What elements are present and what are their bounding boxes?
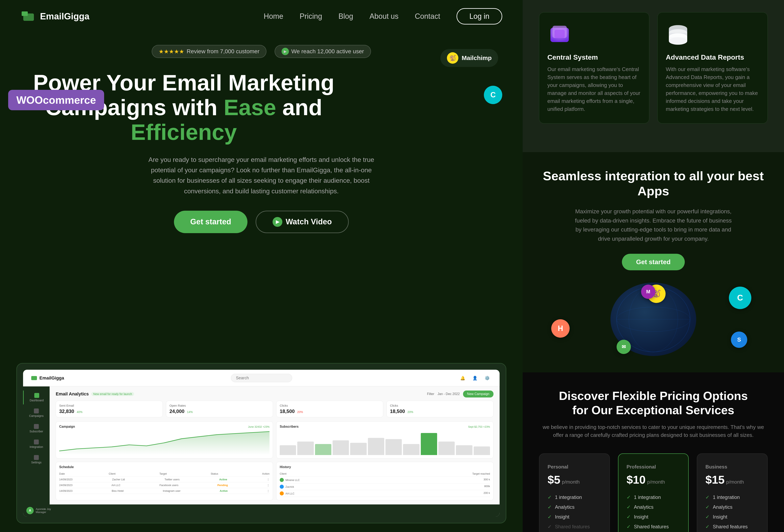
bar-chart-area [280,430,490,455]
sidebar-label-settings: Settings [31,461,41,464]
integration-get-started-button[interactable]: Get started [622,254,685,270]
check-icon: ✓ [548,504,552,510]
stat-clicks1-change: 20% [297,410,303,414]
bar-may [350,443,366,455]
bar-jan [280,445,296,455]
action-btn-2[interactable]: ⋮ [267,489,270,493]
notification-icon[interactable]: 🔔 [459,374,467,382]
bar-nov [456,445,472,455]
bar-oct [438,442,455,455]
svg-point-12 [669,37,687,45]
hero-buttons: Get started ▶ Watch Video [21,211,502,233]
stat-card-sent: Sent Email 32,830 40% [56,401,163,417]
sidebar-item-subscriber[interactable]: Subscriber [23,422,50,436]
right-panel: Central System Our email marketing softw… [523,0,784,532]
dash-icons: 🔔 👤 ⚙️ [459,374,492,382]
sidebar-label-integration: Integration [30,445,43,448]
sidebar-label-subscriber: Subscriber [30,430,43,433]
stat-open-change: 14% [187,410,193,414]
stat-open-value: 24,000 14% [169,409,270,414]
svg-rect-5 [555,30,565,38]
sidebar-dot-dashboard [34,393,39,398]
user-icon[interactable]: 👤 [471,374,479,382]
features-cards: Central System Our email marketing softw… [539,12,768,123]
dash-analytics-header: Email Analytics New email for ready for … [56,391,494,397]
dash-date-range: Jan - Dec 2022 [438,392,460,396]
feature-text-central: Our email marketing software's Central S… [548,65,641,113]
integration-section: Seamless integration to all your best Ap… [523,152,784,372]
history-row: Minene LLC 300 k [280,477,490,483]
subscribers-chart-title: Subscribers [280,425,299,428]
settings-icon[interactable]: ⚙️ [483,374,492,382]
pricing-cards: Personal $5 p/month ✓ 1 integration ✓ An… [539,453,768,532]
pricing-title: Discover Flexible Pricing Options for Ou… [539,389,768,417]
user-name: Ayomide Joy [36,507,51,510]
dash-sidebar: Dashboard Campaigns Subscriber Inte [23,387,50,504]
plan-features-personal: ✓ 1 integration ✓ Analytics ✓ Insight [548,495,601,532]
check-icon: ✓ [705,495,709,500]
feature-item: ✓ Insight [626,514,680,520]
sidebar-item-settings[interactable]: Settings [23,453,50,467]
nav-pricing[interactable]: Pricing [300,12,322,21]
dash-search-input[interactable] [231,374,292,382]
dash-logo: EmailGigga [31,375,64,381]
schedule-table: Schedule Date Client Target Status Actio… [56,462,273,500]
login-button[interactable]: Log in [456,8,502,25]
dash-main-content: Email Analytics New email for ready for … [50,387,500,504]
action-btn-0[interactable]: ⋮ [267,478,270,481]
stat-card-open: Open Rates 24,000 14% [166,401,273,417]
dash-user-footer: A Ayomide Joy Manager [23,504,500,517]
badge-review: ★★★★★ Review from 7,000 customer [152,45,266,58]
floating-canva: C [484,86,502,104]
feature-item-disabled: ✓ Shared features [548,524,601,530]
hero-section: ★★★★★ Review from 7,000 customer ▶ We re… [0,33,523,363]
feature-title-central: Central System [548,53,641,61]
sidebar-item-integration[interactable]: Integration [23,437,50,451]
stars-icon: ★★★★★ [159,48,184,55]
floating-woo: WOOcommerce [8,90,104,110]
check-icon: ✓ [626,504,631,510]
action-btn-1[interactable]: ⋮ [267,484,270,487]
history-avatar-1 [280,485,284,489]
sidebar-dot-campaigns [34,409,39,413]
sidebar-label-campaigns: Campaigns [29,414,44,418]
feature-title-reports: Advanced Data Reports [666,53,759,61]
history-avatar-0 [280,478,284,482]
integration-logo-sendgrid: S [731,332,747,348]
new-campaign-button[interactable]: New Campaign [463,391,494,397]
nav-home[interactable]: Home [264,12,283,21]
history-title: History [280,465,490,469]
dash-charts: Campaign June 32432 +23% [56,421,494,458]
nav-blog[interactable]: Blog [338,12,353,21]
check-icon: ✓ [705,514,709,520]
hero-subtitle: Are you ready to supercharge your email … [139,155,384,196]
check-icon: ✓ [626,514,631,520]
campaign-chart-title: Campaign [59,425,75,428]
plan-type-personal: Personal [548,464,601,470]
history-header: Client Target reached [280,471,490,477]
get-started-button[interactable]: Get started [174,211,248,233]
pricing-section: Discover Flexible Pricing Options for Ou… [523,372,784,532]
badge-active: ▶ We reach 12,000 active user [275,45,371,58]
watch-video-button[interactable]: ▶ Watch Video [256,211,349,233]
sidebar-item-campaigns[interactable]: Campaigns [23,406,50,420]
stat-card-clicks1: Clicks 18,500 20% [276,401,383,417]
plan-price-professional: $10 p/month [626,473,680,486]
stat-clicks2-label: Clicks [390,404,490,407]
play-circle-icon: ▶ [273,217,282,227]
check-icon: ✓ [705,504,709,510]
logo: EmailGigga [21,10,89,23]
sidebar-label-dashboard: Dashboard [30,399,44,402]
stat-open-label: Open Rates [169,404,270,407]
nav-contact[interactable]: Contact [415,12,440,21]
dashboard-inner: EmailGigga 🔔 👤 ⚙️ Dashboard [23,370,500,517]
sidebar-item-dashboard[interactable]: Dashboard [23,391,50,404]
campaign-chart-subtitle: June 32432 +23% [248,425,270,428]
dash-body: Dashboard Campaigns Subscriber Inte [23,387,500,504]
hero-badges: ★★★★★ Review from 7,000 customer ▶ We re… [21,45,502,58]
pricing-card-business: Business $15 p/month ✓ 1 integration ✓ A… [697,453,768,532]
schedule-title: Schedule [59,465,270,469]
price-professional: $10 [626,473,646,486]
stat-sent-value: 32,830 40% [59,409,159,414]
nav-about[interactable]: About us [369,12,398,21]
